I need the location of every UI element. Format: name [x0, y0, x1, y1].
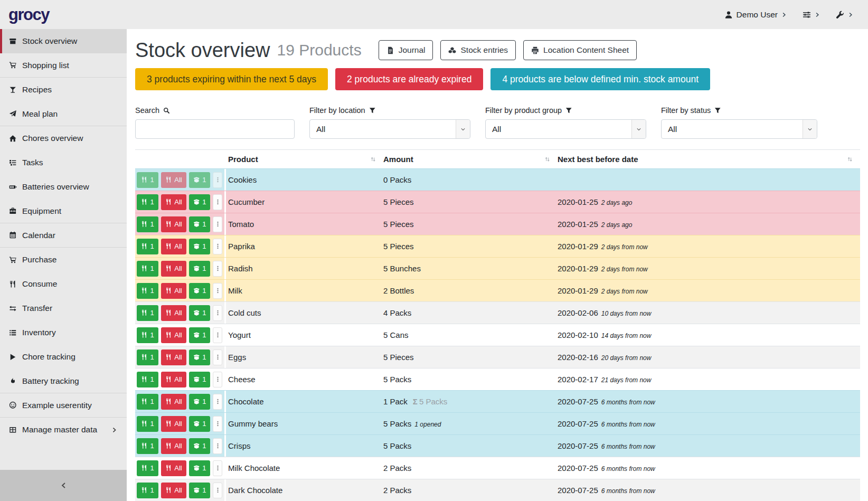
row-menu-button[interactable] — [213, 416, 222, 432]
open-one-button[interactable]: 1 — [189, 194, 211, 210]
open-one-button[interactable]: 1 — [189, 460, 211, 476]
sidebar-item-transfer[interactable]: Transfer — [0, 296, 127, 320]
sidebar-item-example-userentity[interactable]: Example userentity — [0, 393, 127, 418]
location-content-sheet-button[interactable]: Location Content Sheet — [523, 40, 637, 60]
row-menu-button[interactable] — [213, 172, 222, 188]
expiring-alert[interactable]: 3 products expiring within the next 5 da… — [135, 68, 328, 90]
open-one-button[interactable]: 1 — [189, 438, 211, 454]
consume-one-button[interactable]: 1 — [137, 327, 158, 343]
row-menu-button[interactable] — [213, 394, 222, 410]
row-menu-button[interactable] — [213, 438, 222, 454]
sidebar-item-meal-plan[interactable]: Meal plan — [0, 102, 127, 126]
sidebar-item-recipes[interactable]: Recipes — [0, 78, 127, 102]
sort-icon[interactable] — [370, 156, 376, 163]
open-one-button[interactable]: 1 — [189, 394, 211, 410]
open-one-button[interactable]: 1 — [189, 216, 211, 232]
consume-all-button[interactable]: All — [161, 194, 186, 210]
sidebar-item-batteries-overview[interactable]: Batteries overview — [0, 175, 127, 199]
location-select[interactable]: All — [309, 119, 470, 139]
consume-one-button[interactable]: 1 — [137, 172, 158, 188]
consume-all-button[interactable]: All — [161, 394, 186, 410]
row-menu-button[interactable] — [213, 483, 222, 498]
open-one-button[interactable]: 1 — [189, 172, 211, 188]
settings-menu[interactable] — [803, 11, 820, 19]
row-menu-button[interactable] — [213, 372, 222, 387]
best-before-relative: 6 months from now — [601, 399, 655, 406]
open-one-button[interactable]: 1 — [189, 349, 211, 365]
row-menu-button[interactable] — [213, 460, 222, 476]
open-one-button[interactable]: 1 — [189, 261, 211, 277]
sidebar-item-calendar[interactable]: Calendar — [0, 223, 127, 248]
open-one-button[interactable]: 1 — [189, 283, 211, 299]
sort-icon[interactable] — [847, 156, 853, 163]
sidebar-item-purchase[interactable]: Purchase — [0, 248, 127, 272]
consume-all-button[interactable]: All — [161, 327, 186, 343]
sidebar-collapse-button[interactable] — [0, 470, 127, 501]
open-one-button[interactable]: 1 — [189, 327, 211, 343]
consume-one-button[interactable]: 1 — [137, 460, 158, 476]
row-menu-button[interactable] — [213, 239, 222, 254]
sidebar-item-equipment[interactable]: Equipment — [0, 199, 127, 223]
consume-all-button[interactable]: All — [161, 283, 186, 299]
product-group-select[interactable]: All — [485, 119, 646, 139]
journal-button[interactable]: Journal — [379, 40, 433, 60]
main-content: Stock overview 19 Products Journal Stock… — [127, 29, 868, 501]
sidebar-item-battery-tracking[interactable]: Battery tracking — [0, 369, 127, 393]
expired-alert[interactable]: 2 products are already expired — [335, 68, 483, 90]
open-one-button[interactable]: 1 — [189, 416, 211, 432]
open-one-button[interactable]: 1 — [189, 372, 211, 387]
sidebar-item-manage-master-data[interactable]: Manage master data — [0, 418, 127, 442]
consume-all-button[interactable]: All — [161, 239, 186, 254]
consume-all-button[interactable]: All — [161, 416, 186, 432]
ellipsis-icon — [215, 399, 221, 404]
smiley-icon — [8, 401, 17, 409]
consume-all-button[interactable]: All — [161, 483, 186, 498]
sidebar-item-consume[interactable]: Consume — [0, 272, 127, 296]
stock-entries-button[interactable]: Stock entries — [440, 40, 516, 60]
status-select[interactable]: All — [661, 119, 817, 139]
consume-one-button[interactable]: 1 — [137, 483, 158, 498]
sort-icon[interactable] — [544, 156, 551, 163]
consume-one-button[interactable]: 1 — [137, 394, 158, 410]
consume-one-button[interactable]: 1 — [137, 438, 158, 454]
admin-menu[interactable] — [836, 11, 853, 19]
sidebar-item-tasks[interactable]: Tasks — [0, 150, 127, 175]
consume-one-button[interactable]: 1 — [137, 194, 158, 210]
row-menu-button[interactable] — [213, 349, 222, 365]
below-min-stock-alert[interactable]: 4 products are below defined min. stock … — [490, 68, 710, 90]
row-menu-button[interactable] — [213, 194, 222, 210]
consume-all-button[interactable]: All — [161, 438, 186, 454]
consume-all-button[interactable]: All — [161, 349, 186, 365]
row-menu-button[interactable] — [213, 283, 222, 299]
consume-one-button[interactable]: 1 — [137, 239, 158, 254]
consume-all-button[interactable]: All — [161, 216, 186, 232]
search-input[interactable] — [135, 119, 295, 139]
user-menu[interactable]: Demo User — [724, 10, 787, 20]
grocy-logo: grocy — [8, 5, 49, 24]
sidebar-item-shopping-list[interactable]: Shopping list — [0, 53, 127, 78]
consume-one-button[interactable]: 1 — [137, 283, 158, 299]
consume-all-button[interactable]: All — [161, 460, 186, 476]
sidebar-item-chores-overview[interactable]: Chores overview — [0, 126, 127, 150]
consume-all-button[interactable]: All — [161, 372, 186, 387]
consume-all-button[interactable]: All — [161, 305, 186, 321]
sidebar-item-stock-overview[interactable]: Stock overview — [0, 29, 127, 53]
consume-one-button[interactable]: 1 — [137, 349, 158, 365]
sidebar-item-inventory[interactable]: Inventory — [0, 320, 127, 345]
consume-one-button[interactable]: 1 — [137, 416, 158, 432]
consume-one-button[interactable]: 1 — [137, 372, 158, 387]
row-menu-button[interactable] — [213, 327, 222, 343]
sidebar-item-chore-tracking[interactable]: Chore tracking — [0, 345, 127, 369]
utensils-icon — [141, 309, 148, 316]
consume-one-button[interactable]: 1 — [137, 216, 158, 232]
consume-one-button[interactable]: 1 — [137, 261, 158, 277]
open-one-button[interactable]: 1 — [189, 483, 211, 498]
row-menu-button[interactable] — [213, 216, 222, 232]
open-one-button[interactable]: 1 — [189, 239, 211, 254]
consume-all-button[interactable]: All — [161, 261, 186, 277]
row-menu-button[interactable] — [213, 305, 222, 321]
consume-all-button[interactable]: All — [161, 172, 186, 188]
row-menu-button[interactable] — [213, 261, 222, 277]
open-one-button[interactable]: 1 — [189, 305, 211, 321]
consume-one-button[interactable]: 1 — [137, 305, 158, 321]
